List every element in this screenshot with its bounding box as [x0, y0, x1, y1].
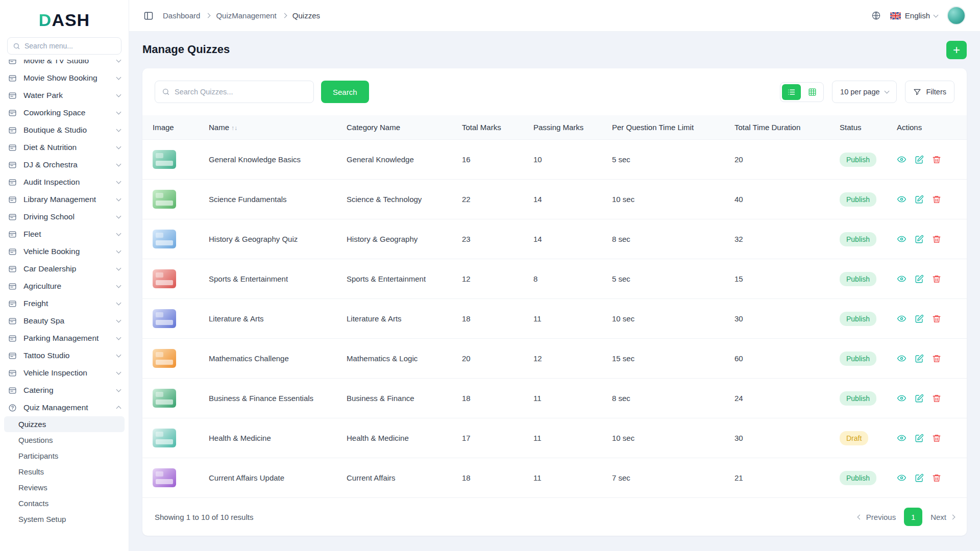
grid-view-button[interactable] — [803, 84, 822, 100]
actions-cell — [890, 458, 967, 498]
delete-icon[interactable] — [932, 314, 941, 323]
sidebar-item-freight[interactable]: Freight — [0, 295, 129, 312]
view-icon[interactable] — [897, 234, 906, 244]
quiz-search-input[interactable] — [175, 88, 307, 96]
sidebar-item-catering[interactable]: Catering — [0, 382, 129, 399]
delete-icon[interactable] — [932, 473, 941, 483]
column-header-name[interactable]: Name↑↓ — [202, 115, 339, 140]
quizzes-card: Search — [142, 68, 967, 536]
avatar[interactable] — [947, 6, 966, 25]
edit-icon[interactable] — [915, 354, 924, 363]
sidebar-item-quiz-management[interactable]: Quiz Management — [0, 399, 129, 416]
sidebar-item-beauty-spa[interactable]: Beauty Spa — [0, 312, 129, 330]
quiz-thumbnail — [153, 389, 176, 408]
sidebar-subitem-results[interactable]: Results — [4, 464, 125, 480]
sidebar-item-vehicle-inspection[interactable]: Vehicle Inspection — [0, 364, 129, 382]
actions-cell — [890, 140, 967, 180]
edit-icon[interactable] — [915, 155, 924, 164]
next-page-button[interactable]: Next — [930, 513, 954, 521]
sidebar-item-movie-tv-studio[interactable]: Movie & TV Studio — [0, 60, 129, 69]
edit-icon[interactable] — [915, 434, 924, 443]
sidebar-item-coworking-space[interactable]: Coworking Space — [0, 104, 129, 121]
total-marks: 22 — [455, 180, 526, 219]
vehicle-booking-icon — [8, 247, 17, 256]
sidebar-subitem-system-setup[interactable]: System Setup — [4, 511, 125, 527]
edit-icon[interactable] — [915, 274, 924, 284]
delete-icon[interactable] — [932, 354, 941, 363]
menu-search-input[interactable] — [24, 42, 116, 50]
view-icon[interactable] — [897, 473, 906, 483]
total-marks: 18 — [455, 458, 526, 498]
sidebar-item-water-park[interactable]: Water Park — [0, 87, 129, 104]
quiz-search-box — [155, 81, 314, 103]
quiz-thumbnail — [153, 150, 176, 169]
breadcrumb-quiz-management[interactable]: QuizManagement — [216, 11, 276, 20]
delete-icon[interactable] — [932, 274, 941, 284]
edit-icon[interactable] — [915, 195, 924, 204]
delete-icon[interactable] — [932, 155, 941, 164]
sidebar-subitem-questions[interactable]: Questions — [4, 432, 125, 448]
delete-icon[interactable] — [932, 434, 941, 443]
previous-page-button[interactable]: Previous — [858, 513, 896, 521]
sort-icon[interactable]: ↑↓ — [231, 124, 237, 132]
globe-icon[interactable] — [871, 11, 881, 20]
results-summary: Showing 1 to 10 of 10 results — [155, 513, 253, 521]
dj-orchestra-icon — [8, 161, 17, 169]
view-icon[interactable] — [897, 354, 906, 363]
language-selector[interactable]: English — [890, 11, 938, 20]
page-number-1[interactable]: 1 — [904, 508, 922, 526]
sidebar-item-audit-inspection[interactable]: Audit Inspection — [0, 173, 129, 191]
edit-icon[interactable] — [915, 394, 924, 403]
sidebar-item-car-dealership[interactable]: Car Dealership — [0, 260, 129, 278]
sidebar-item-parking-management[interactable]: Parking Management — [0, 330, 129, 347]
sidebar-item-vehicle-booking[interactable]: Vehicle Booking — [0, 243, 129, 260]
sidebar-subitem-participants[interactable]: Participants — [4, 448, 125, 464]
view-icon[interactable] — [897, 194, 906, 204]
status-cell: Publish — [832, 259, 890, 299]
quiz-thumbnail — [153, 190, 176, 209]
view-icon[interactable] — [897, 433, 906, 443]
table-footer: Showing 1 to 10 of 10 results Previous 1… — [142, 497, 967, 536]
view-icon[interactable] — [897, 314, 906, 323]
sidebar-item-library-management[interactable]: Library Management — [0, 191, 129, 208]
sidebar-item-dj-orchestra[interactable]: DJ & Orchestra — [0, 156, 129, 173]
total-time-duration: 20 — [727, 140, 832, 180]
column-header-total-marks: Total Marks — [455, 115, 526, 140]
chevron-down-icon — [116, 353, 121, 358]
app-logo[interactable]: DASH — [0, 0, 129, 36]
total-marks: 17 — [455, 418, 526, 458]
view-icon[interactable] — [897, 393, 906, 403]
delete-icon[interactable] — [932, 394, 941, 403]
edit-icon[interactable] — [915, 314, 924, 323]
breadcrumb-dashboard[interactable]: Dashboard — [163, 11, 200, 20]
sidebar-item-tattoo-studio[interactable]: Tattoo Studio — [0, 347, 129, 364]
delete-icon[interactable] — [932, 195, 941, 204]
sidebar-item-fleet[interactable]: Fleet — [0, 226, 129, 243]
sidebar-item-boutique-studio[interactable]: Boutique & Studio — [0, 121, 129, 139]
sidebar-subitem-reviews[interactable]: Reviews — [4, 480, 125, 495]
sidebar-item-diet-nutrition[interactable]: Diet & Nutrition — [0, 139, 129, 156]
table-row: Science Fundamentals Science & Technolog… — [142, 180, 967, 219]
edit-icon[interactable] — [915, 473, 924, 483]
total-time-duration: 32 — [727, 219, 832, 259]
filter-icon — [913, 88, 921, 96]
per-page-select[interactable]: 10 per page — [832, 81, 896, 103]
list-view-button[interactable] — [782, 84, 801, 100]
view-icon[interactable] — [897, 274, 906, 284]
search-button[interactable]: Search — [321, 81, 369, 103]
filters-button[interactable]: Filters — [905, 81, 954, 103]
add-quiz-button[interactable]: + — [946, 41, 967, 59]
delete-icon[interactable] — [932, 235, 941, 244]
sidebar-subitem-quizzes[interactable]: Quizzes — [4, 416, 125, 432]
sidebar-item-driving-school[interactable]: Driving School — [0, 208, 129, 226]
chevron-right-icon — [950, 514, 955, 519]
quiz-category: History & Geography — [339, 219, 455, 259]
view-icon[interactable] — [897, 155, 906, 164]
sidebar-toggle-button[interactable] — [143, 11, 154, 21]
image-cell — [142, 180, 202, 219]
chevron-down-icon — [116, 179, 121, 184]
sidebar-item-movie-show-booking[interactable]: Movie Show Booking — [0, 69, 129, 87]
sidebar-item-agriculture[interactable]: Agriculture — [0, 278, 129, 295]
sidebar-subitem-contacts[interactable]: Contacts — [4, 495, 125, 511]
edit-icon[interactable] — [915, 235, 924, 244]
